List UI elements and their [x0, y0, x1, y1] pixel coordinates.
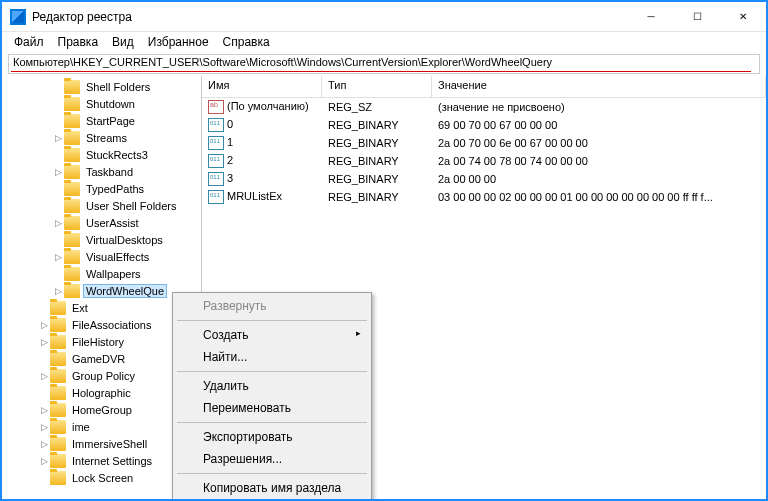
menubar: Файл Правка Вид Избранное Справка [2, 32, 766, 52]
folder-icon [64, 284, 80, 298]
folder-icon [64, 114, 80, 128]
tree-item-label: Ext [69, 302, 91, 314]
tree-item[interactable]: VirtualDesktops [2, 231, 201, 248]
list-header: Имя Тип Значение [202, 76, 766, 98]
chevron-icon[interactable]: ▷ [52, 167, 64, 177]
chevron-icon[interactable]: ▷ [38, 439, 50, 449]
tree-item[interactable]: ▷UserAssist [2, 214, 201, 231]
tree-item[interactable]: TypedPaths [2, 180, 201, 197]
menu-help[interactable]: Справка [217, 33, 276, 51]
value-row[interactable]: 3REG_BINARY2a 00 00 00 [202, 170, 766, 188]
tree-item-label: Internet Settings [69, 455, 155, 467]
chevron-icon[interactable]: ▷ [52, 286, 64, 296]
tree-item-label: Group Policy [69, 370, 138, 382]
tree-item-label: HomeGroup [69, 404, 135, 416]
value-row[interactable]: 0REG_BINARY69 00 70 00 67 00 00 00 [202, 116, 766, 134]
folder-icon [64, 199, 80, 213]
folder-icon [64, 80, 80, 94]
folder-icon [50, 318, 66, 332]
binary-icon [208, 190, 224, 204]
tree-item[interactable]: ▷VisualEffects [2, 248, 201, 265]
menu-view[interactable]: Вид [106, 33, 140, 51]
tree-item[interactable]: User Shell Folders [2, 197, 201, 214]
address-bar[interactable]: Компьютер\HKEY_CURRENT_USER\Software\Mic… [8, 54, 760, 74]
value-row[interactable]: (По умолчанию)REG_SZ(значение не присвое… [202, 98, 766, 116]
folder-icon [50, 301, 66, 315]
chevron-icon[interactable]: ▷ [38, 320, 50, 330]
tree-item[interactable]: ▷Taskband [2, 163, 201, 180]
binary-icon [208, 154, 224, 168]
folder-icon [64, 182, 80, 196]
folder-icon [50, 437, 66, 451]
chevron-icon[interactable]: ▷ [38, 405, 50, 415]
chevron-icon[interactable]: ▷ [38, 337, 50, 347]
maximize-button[interactable]: ☐ [674, 2, 720, 32]
ctx-rename[interactable]: Переименовать [175, 397, 369, 419]
tree-item-label: Holographic [69, 387, 134, 399]
folder-icon [50, 420, 66, 434]
folder-icon [50, 352, 66, 366]
folder-icon [64, 216, 80, 230]
tree-item[interactable]: StuckRects3 [2, 146, 201, 163]
tree-item-label: FileAssociations [69, 319, 154, 331]
tree-item-label: GameDVR [69, 353, 128, 365]
ctx-copy-key-name[interactable]: Копировать имя раздела [175, 477, 369, 499]
menu-file[interactable]: Файл [8, 33, 50, 51]
tree-item-label: ime [69, 421, 93, 433]
tree-item[interactable]: ▷Streams [2, 129, 201, 146]
col-type[interactable]: Тип [322, 76, 432, 97]
window-title: Редактор реестра [32, 10, 628, 24]
context-menu: Развернуть Создать Найти... Удалить Пере… [172, 292, 372, 501]
chevron-icon[interactable]: ▷ [38, 422, 50, 432]
tree-item[interactable]: Shell Folders [2, 78, 201, 95]
folder-icon [50, 335, 66, 349]
tree-item[interactable]: Wallpapers [2, 265, 201, 282]
col-name[interactable]: Имя [202, 76, 322, 97]
binary-icon [208, 136, 224, 150]
tree-item-label: Wallpapers [83, 268, 144, 280]
chevron-icon[interactable]: ▷ [52, 252, 64, 262]
tree-item-label: StartPage [83, 115, 138, 127]
tree-item-label: Lock Screen [69, 472, 136, 484]
ctx-export[interactable]: Экспортировать [175, 426, 369, 448]
menu-edit[interactable]: Правка [52, 33, 105, 51]
folder-icon [50, 369, 66, 383]
folder-icon [64, 148, 80, 162]
folder-icon [64, 233, 80, 247]
col-data[interactable]: Значение [432, 76, 766, 97]
tree-item-label: UserAssist [83, 217, 142, 229]
folder-icon [50, 403, 66, 417]
folder-icon [64, 250, 80, 264]
chevron-icon[interactable]: ▷ [52, 133, 64, 143]
tree-item[interactable]: StartPage [2, 112, 201, 129]
value-row[interactable]: MRUListExREG_BINARY03 00 00 00 02 00 00 … [202, 188, 766, 206]
ctx-permissions[interactable]: Разрешения... [175, 448, 369, 470]
tree-item-label: VisualEffects [83, 251, 152, 263]
binary-icon [208, 118, 224, 132]
close-button[interactable]: ✕ [720, 2, 766, 32]
folder-icon [64, 267, 80, 281]
folder-icon [64, 165, 80, 179]
value-row[interactable]: 1REG_BINARY2a 00 70 00 6e 00 67 00 00 00 [202, 134, 766, 152]
ctx-find[interactable]: Найти... [175, 346, 369, 368]
tree-item-label: Shutdown [83, 98, 138, 110]
chevron-icon[interactable]: ▷ [38, 371, 50, 381]
tree-item[interactable]: Shutdown [2, 95, 201, 112]
ctx-delete[interactable]: Удалить [175, 375, 369, 397]
tree-item-label: WordWheelQue [83, 284, 167, 298]
ctx-expand[interactable]: Развернуть [175, 295, 369, 317]
ctx-new[interactable]: Создать [175, 324, 369, 346]
tree-item-label: TypedPaths [83, 183, 147, 195]
tree-item-label: User Shell Folders [83, 200, 179, 212]
tree-item-label: VirtualDesktops [83, 234, 166, 246]
menu-favorites[interactable]: Избранное [142, 33, 215, 51]
tree-item-label: Shell Folders [83, 81, 153, 93]
value-row[interactable]: 2REG_BINARY2a 00 74 00 78 00 74 00 00 00 [202, 152, 766, 170]
folder-icon [50, 454, 66, 468]
folder-icon [50, 386, 66, 400]
chevron-icon[interactable]: ▷ [38, 456, 50, 466]
binary-icon [208, 172, 224, 186]
minimize-button[interactable]: ─ [628, 2, 674, 32]
chevron-icon[interactable]: ▷ [52, 218, 64, 228]
folder-icon [64, 131, 80, 145]
